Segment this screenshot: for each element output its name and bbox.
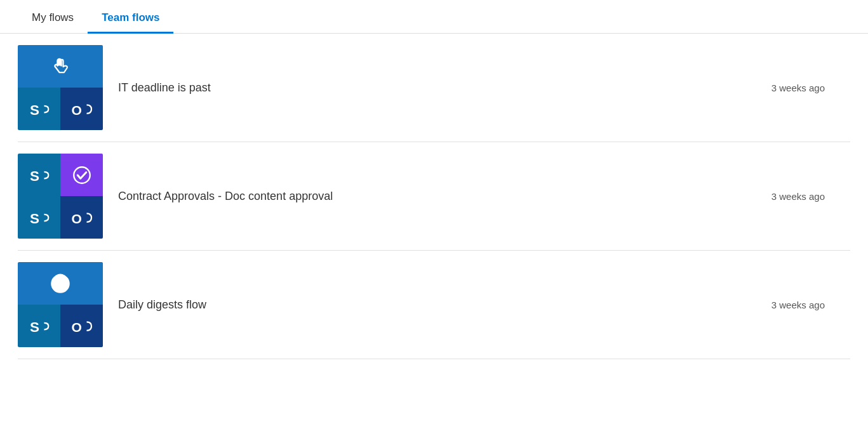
flow-name: Daily digests flow xyxy=(118,298,771,312)
flow-tile-ol3: O xyxy=(60,305,103,347)
flow-info: Daily digests flow xyxy=(118,298,771,312)
flow-time: 3 weeks ago xyxy=(771,300,850,310)
flow-details: Daily digests flow 3 weeks ago xyxy=(118,298,850,312)
flow-item[interactable]: S O Daily digests flow 3 weeks ago xyxy=(18,251,850,359)
flow-item[interactable]: S S O xyxy=(18,142,850,251)
flow-icon-grid: S O xyxy=(18,45,103,130)
flow-icon-grid: S S O xyxy=(18,154,103,239)
flow-name: Contract Approvals - Doc content approva… xyxy=(118,190,771,203)
flow-tile-top xyxy=(18,45,103,88)
svg-text:O: O xyxy=(71,320,81,334)
flow-tile-sp2: S xyxy=(18,196,60,239)
tab-team-flows[interactable]: Team flows xyxy=(88,0,173,33)
svg-point-11 xyxy=(55,275,57,276)
tab-my-flows[interactable]: My flows xyxy=(18,0,88,33)
flow-list: S O IT deadline is past 3 weeks ago xyxy=(0,34,868,359)
flow-time: 3 weeks ago xyxy=(771,191,850,202)
tab-bar: My flows Team flows xyxy=(0,0,868,34)
tab-my-flows-label: My flows xyxy=(32,11,74,23)
svg-point-7 xyxy=(74,167,90,183)
flow-name: IT deadline is past xyxy=(118,81,771,95)
flow-info: IT deadline is past xyxy=(118,81,771,95)
flow-tile-sp3: S xyxy=(18,305,60,347)
svg-text:O: O xyxy=(71,211,81,226)
svg-text:S: S xyxy=(30,102,39,118)
svg-text:S: S xyxy=(30,211,39,227)
flow-details: IT deadline is past 3 weeks ago xyxy=(118,81,850,95)
tab-team-flows-label: Team flows xyxy=(102,11,159,23)
flow-tile-ol2: O xyxy=(60,196,103,239)
flow-tile-ol: O xyxy=(60,88,103,130)
flow-tile-approval xyxy=(60,154,103,196)
flow-tile-sp: S xyxy=(18,88,60,130)
flow-item[interactable]: S O IT deadline is past 3 weeks ago xyxy=(18,34,850,142)
flow-icon-grid: S O xyxy=(18,262,103,347)
flow-tile-clock xyxy=(18,262,103,305)
svg-text:O: O xyxy=(71,103,81,117)
svg-point-12 xyxy=(64,275,65,276)
svg-text:S: S xyxy=(30,168,39,184)
svg-text:S: S xyxy=(30,319,39,335)
flow-info: Contract Approvals - Doc content approva… xyxy=(118,190,771,203)
flow-tile-sp1: S xyxy=(18,154,60,196)
flow-details: Contract Approvals - Doc content approva… xyxy=(118,190,850,203)
flow-time: 3 weeks ago xyxy=(771,82,850,93)
